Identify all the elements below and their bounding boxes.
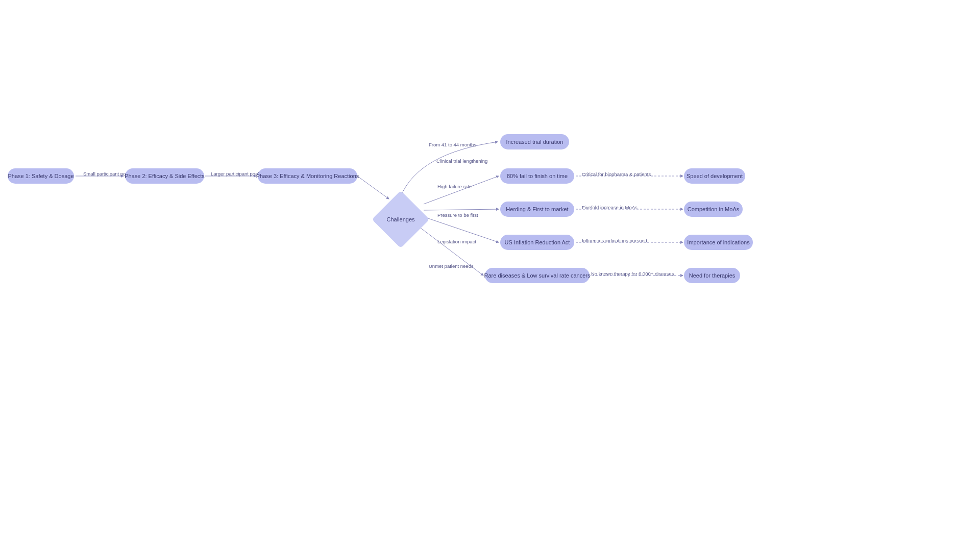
- label-unmet: Unmet patient needs: [429, 263, 474, 269]
- svg-line-4: [424, 209, 499, 210]
- us-inflation-node: US Inflation Reduction Act: [500, 235, 574, 250]
- svg-line-6: [416, 224, 483, 276]
- rare-diseases-node: Rare diseases & Low survival rate cancer…: [485, 268, 590, 283]
- label-influences: Influences indications pursued: [582, 238, 647, 243]
- label-critical: Critical for biopharma & patients: [582, 171, 651, 177]
- label-clinical-lengthening: Clinical trial lengthening: [436, 158, 487, 164]
- label-small-pool: Small participant pool: [83, 171, 130, 177]
- competition-node: Competition in MoAs: [684, 202, 743, 217]
- label-no-known: No known therapy for 6,000+ diseases: [591, 271, 674, 277]
- herding-node: Herding & First to market: [500, 202, 574, 217]
- phase1-node: Phase 1: Safety & Dosage: [8, 168, 74, 184]
- label-larger-pool: Larger participant pool: [211, 171, 259, 177]
- phase2-node: Phase 2: Efficacy & Side Effects: [125, 168, 204, 184]
- svg-line-2: [357, 176, 389, 199]
- challenges-node: Challenges: [378, 198, 424, 241]
- label-pressure: Pressure to be first: [437, 212, 478, 218]
- label-legislation: Legislation impact: [437, 239, 476, 244]
- label-from41: From 41 to 44 months: [429, 142, 476, 147]
- importance-node: Importance of indications: [684, 235, 753, 250]
- diagram-container: Phase 1: Safety & Dosage Small participa…: [0, 0, 980, 551]
- phase3-node: Phase 3: Efficacy & Monitoring Reactions: [258, 168, 357, 184]
- need-therapies-node: Need for therapies: [684, 268, 740, 283]
- label-fivefold: Fivefold increase in MoAs: [582, 205, 638, 210]
- speed-dev-node: Speed of development: [684, 168, 745, 184]
- svg-line-5: [424, 217, 499, 242]
- label-high-failure: High failure rate: [437, 184, 472, 189]
- fail-on-time-node: 80% fail to finish on time: [500, 168, 574, 184]
- increased-trial-node: Increased trial duration: [500, 134, 569, 149]
- svg-line-3: [424, 176, 499, 204]
